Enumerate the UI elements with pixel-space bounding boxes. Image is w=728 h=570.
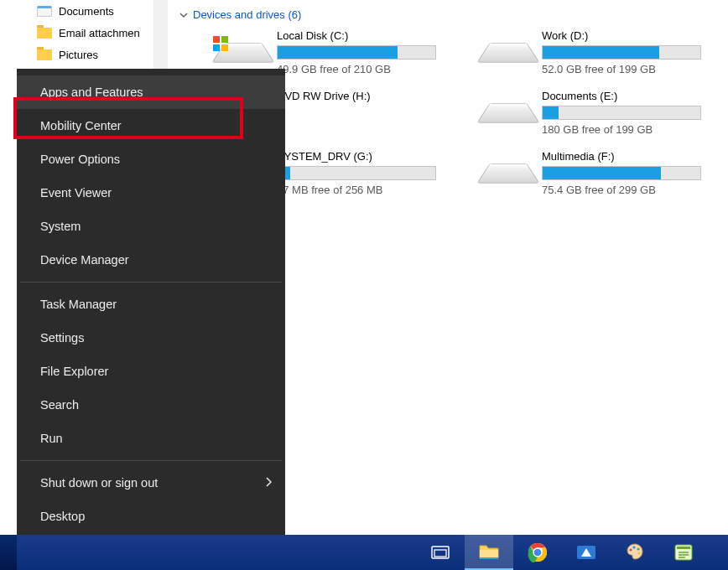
drive-free-text: 49.9 GB free of 210 GB bbox=[277, 63, 436, 75]
nav-item-label: Email attachmen bbox=[59, 27, 140, 39]
drive-meta: SYSTEM_DRV (G:)27 MB free of 256 MB bbox=[277, 150, 436, 196]
capacity-bar-fill bbox=[543, 167, 661, 179]
winx-item-desktop[interactable]: Desktop bbox=[17, 500, 285, 533]
chevron-right-icon bbox=[265, 476, 272, 490]
svg-rect-3 bbox=[480, 550, 498, 558]
capacity-bar bbox=[542, 45, 701, 60]
winx-item-label: Task Manager bbox=[40, 298, 117, 311]
svg-rect-14 bbox=[677, 547, 690, 549]
capacity-bar bbox=[542, 106, 701, 120]
winx-item-search[interactable]: Search bbox=[17, 388, 285, 422]
taskbar-editor[interactable] bbox=[659, 535, 708, 570]
drive-meta: Work (D:)52.0 GB free of 199 GB bbox=[542, 29, 701, 75]
taskbar-aomei[interactable] bbox=[562, 535, 611, 570]
winx-item-device-manager[interactable]: Device Manager bbox=[17, 243, 285, 277]
chrome-icon bbox=[528, 542, 548, 562]
drive-free-text: 52.0 GB free of 199 GB bbox=[542, 63, 701, 75]
taskbar-chrome[interactable] bbox=[513, 535, 562, 570]
svg-point-10 bbox=[632, 546, 635, 548]
winx-item-label: Search bbox=[40, 398, 79, 412]
drive-free-text: 75.4 GB free of 299 GB bbox=[542, 184, 701, 196]
winx-item-mobility-center[interactable]: Mobility Center bbox=[17, 109, 285, 142]
winx-item-event-viewer[interactable]: Event Viewer bbox=[17, 176, 285, 210]
drive-meta: Multimedia (F:)75.4 GB free of 299 GB bbox=[542, 150, 701, 196]
winx-item-settings[interactable]: Settings bbox=[17, 321, 285, 355]
winx-item-file-explorer[interactable]: File Explorer bbox=[17, 355, 285, 388]
nav-item-documents[interactable]: Documents bbox=[0, 0, 168, 22]
drive-title: SYSTEM_DRV (G:) bbox=[277, 150, 436, 163]
aomei-icon bbox=[575, 543, 597, 562]
chevron-down-icon bbox=[179, 11, 188, 19]
drive-free-text: 180 GB free of 199 GB bbox=[542, 123, 701, 136]
winx-item-system[interactable]: System bbox=[17, 210, 285, 243]
winx-item-label: Settings bbox=[40, 331, 84, 345]
winx-item-shut-down-or-sign-out[interactable]: Shut down or sign out bbox=[17, 466, 285, 500]
winx-item-label: Run bbox=[40, 432, 63, 445]
drive-icon bbox=[485, 34, 532, 66]
drive-meta: DVD RW Drive (H:) bbox=[277, 90, 436, 106]
drive-meta: Local Disk (C:)49.9 GB free of 210 GB bbox=[277, 29, 436, 75]
drive-icon bbox=[485, 95, 532, 127]
folder-icon bbox=[37, 49, 52, 60]
drive-free-text: 27 MB free of 256 MB bbox=[277, 184, 436, 196]
file-explorer-icon bbox=[478, 542, 500, 561]
nav-item-pictures[interactable]: Pictures bbox=[0, 44, 168, 65]
drive-item[interactable]: Work (D:)52.0 GB free of 199 GB bbox=[445, 28, 705, 85]
drive-item[interactable]: Multimedia (F:)75.4 GB free of 299 GB bbox=[445, 148, 705, 205]
drive-title: DVD RW Drive (H:) bbox=[277, 90, 436, 102]
drive-title: Work (D:) bbox=[542, 29, 701, 42]
drive-meta: Documents (E:)180 GB free of 199 GB bbox=[542, 90, 701, 136]
winx-item-label: Apps and Features bbox=[40, 86, 143, 99]
taskbar bbox=[0, 535, 728, 570]
winx-item-label: Desktop bbox=[40, 510, 85, 523]
winx-item-power-options[interactable]: Power Options bbox=[17, 142, 285, 176]
winx-item-label: Power Options bbox=[40, 153, 120, 166]
drive-title: Documents (E:) bbox=[542, 90, 701, 102]
winx-item-task-manager[interactable]: Task Manager bbox=[17, 288, 285, 321]
svg-rect-4 bbox=[480, 557, 498, 559]
taskbar-paint[interactable] bbox=[611, 535, 659, 570]
taskbar-task-view[interactable] bbox=[416, 535, 465, 570]
editor-icon bbox=[673, 543, 694, 562]
winx-item-run[interactable]: Run bbox=[17, 422, 285, 455]
svg-point-11 bbox=[637, 547, 639, 550]
winx-item-label: System bbox=[40, 220, 81, 233]
drive-title: Local Disk (C:) bbox=[277, 29, 436, 42]
winx-item-apps-and-features[interactable]: Apps and Features bbox=[17, 75, 285, 109]
nav-item-email-attachments[interactable]: Email attachmen bbox=[0, 22, 168, 44]
document-icon bbox=[37, 6, 52, 17]
winx-menu: Apps and FeaturesMobility CenterPower Op… bbox=[17, 69, 285, 535]
capacity-bar-fill bbox=[543, 46, 659, 59]
nav-item-label: Documents bbox=[59, 5, 114, 18]
winx-separator bbox=[20, 460, 282, 461]
drive-icon bbox=[485, 155, 532, 187]
capacity-bar bbox=[277, 166, 436, 180]
svg-point-12 bbox=[637, 552, 640, 554]
winx-item-label: Mobility Center bbox=[40, 119, 122, 132]
winx-separator bbox=[20, 282, 282, 282]
group-header-label: Devices and drives (6) bbox=[193, 8, 301, 21]
winx-item-label: Device Manager bbox=[40, 253, 129, 267]
svg-rect-2 bbox=[434, 550, 446, 557]
nav-item-label: Pictures bbox=[59, 49, 98, 61]
winx-item-label: Shut down or sign out bbox=[40, 476, 158, 490]
group-header-devices[interactable]: Devices and drives (6) bbox=[179, 8, 728, 21]
capacity-bar bbox=[542, 166, 701, 180]
start-button[interactable] bbox=[0, 535, 17, 570]
paint-icon bbox=[625, 542, 645, 562]
capacity-bar-fill bbox=[543, 106, 559, 119]
winx-item-label: Event Viewer bbox=[40, 186, 112, 200]
folder-icon bbox=[37, 28, 52, 39]
drive-item[interactable]: Documents (E:)180 GB free of 199 GB bbox=[445, 88, 705, 145]
taskbar-file-explorer[interactable] bbox=[465, 535, 513, 570]
capacity-bar bbox=[277, 45, 436, 60]
drive-icon bbox=[220, 34, 267, 66]
capacity-bar-fill bbox=[278, 46, 398, 59]
task-view-icon bbox=[431, 545, 450, 560]
winx-item-label: File Explorer bbox=[40, 365, 108, 378]
svg-point-9 bbox=[629, 548, 632, 551]
drive-title: Multimedia (F:) bbox=[542, 150, 701, 163]
